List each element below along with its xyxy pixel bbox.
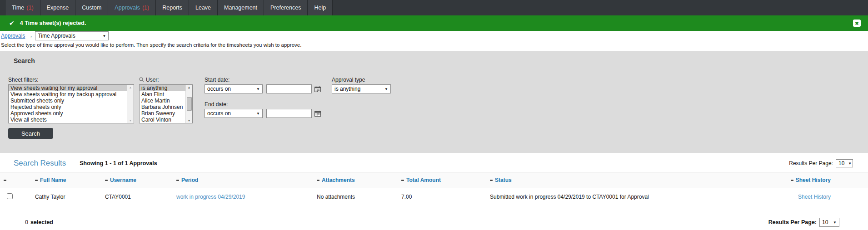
tab-time-badge: (1) bbox=[26, 5, 33, 11]
tab-help-label: Help bbox=[314, 5, 326, 11]
scrollbar-thumb[interactable] bbox=[187, 97, 192, 111]
scroll-down-icon[interactable]: ▼ bbox=[129, 119, 132, 122]
results-table: Full Name Username Period Attachments To… bbox=[0, 172, 868, 206]
scroll-down-icon[interactable]: ▼ bbox=[188, 119, 191, 122]
breadcrumb-approvals-link[interactable]: Approvals bbox=[1, 33, 25, 39]
results-title: Search Results bbox=[14, 159, 66, 168]
tab-reports-label: Reports bbox=[162, 5, 182, 11]
sheet-filter-option[interactable]: Rejected sheets only bbox=[9, 104, 127, 110]
tab-expense-label: Expense bbox=[47, 5, 69, 11]
user-option[interactable]: Alice Martin bbox=[140, 98, 185, 104]
chevron-down-icon: ▼ bbox=[102, 34, 106, 38]
user-label: User: bbox=[146, 77, 159, 83]
start-date-operator-select[interactable]: occurs on ▼ bbox=[205, 84, 263, 93]
calendar-icon[interactable] bbox=[314, 86, 321, 92]
cell-attachments: No attachments bbox=[316, 188, 400, 206]
success-banner: ✔ 4 Time sheet(s) rejected. ✖ bbox=[0, 15, 868, 31]
column-header-attachments[interactable]: Attachments bbox=[316, 172, 400, 188]
column-header-period[interactable]: Period bbox=[175, 172, 316, 188]
sheet-filter-option[interactable]: Approved sheets only bbox=[9, 110, 127, 117]
tab-preferences-label: Preferences bbox=[270, 5, 301, 11]
sort-dash-icon bbox=[490, 180, 493, 181]
tab-time-label: Time bbox=[12, 5, 24, 11]
end-date-operator-select[interactable]: occurs on ▼ bbox=[205, 109, 263, 118]
table-header-row: Full Name Username Period Attachments To… bbox=[0, 172, 868, 188]
tab-time[interactable]: Time (1) bbox=[5, 0, 40, 15]
end-date-input[interactable] bbox=[266, 109, 312, 118]
column-header-username[interactable]: Username bbox=[102, 172, 175, 188]
sheet-filter-option[interactable]: View sheets waiting for my backup approv… bbox=[9, 91, 127, 98]
tab-approvals-badge: (1) bbox=[142, 5, 149, 11]
scroll-up-icon[interactable]: ▲ bbox=[188, 86, 191, 89]
search-icon bbox=[139, 77, 144, 82]
row-checkbox[interactable] bbox=[7, 193, 13, 199]
breadcrumb-arrow-icon: → bbox=[27, 33, 33, 39]
search-results-section: Search Results Showing 1 - 1 of 1 Approv… bbox=[0, 153, 868, 227]
end-date-operator-value: occurs on bbox=[207, 110, 231, 117]
instruction-text: Select the type of time approval you wou… bbox=[0, 41, 868, 51]
results-summary: Showing 1 - 1 of 1 Approvals bbox=[80, 160, 157, 166]
table-row: Cathy Taylor CTAY0001 work in progress 0… bbox=[0, 188, 868, 206]
tab-management[interactable]: Management bbox=[218, 0, 264, 15]
tab-management-label: Management bbox=[224, 5, 257, 11]
selected-label: selected bbox=[30, 219, 53, 225]
tab-preferences[interactable]: Preferences bbox=[264, 0, 308, 15]
search-button[interactable]: Search bbox=[8, 128, 53, 139]
start-date-operator-value: occurs on bbox=[207, 86, 231, 92]
sheet-filters-listbox: View sheets waiting for my approval View… bbox=[8, 84, 134, 123]
column-header-status[interactable]: Status bbox=[486, 172, 777, 188]
user-option[interactable]: is anything bbox=[140, 85, 185, 91]
cell-status: Submitted work in progress 04/29/2019 to… bbox=[486, 188, 777, 206]
chevron-down-icon: ▼ bbox=[384, 87, 388, 91]
results-per-page-value: 10 bbox=[838, 160, 844, 166]
tab-help[interactable]: Help bbox=[308, 0, 333, 15]
banner-close-button[interactable]: ✖ bbox=[853, 20, 861, 27]
search-section-title: Search bbox=[14, 57, 868, 64]
column-header-sheet-history[interactable]: Sheet History bbox=[777, 172, 868, 188]
sort-dash-icon bbox=[176, 180, 179, 181]
chevron-down-icon: ▼ bbox=[256, 112, 260, 116]
tab-leave[interactable]: Leave bbox=[189, 0, 218, 15]
sheet-history-link[interactable]: Sheet History bbox=[798, 194, 831, 200]
results-per-page-select-bottom[interactable]: 10 ▼ bbox=[819, 218, 839, 227]
calendar-icon[interactable] bbox=[314, 111, 321, 117]
sheet-filters-scrollbar[interactable]: ▲ ▼ bbox=[127, 85, 134, 123]
column-header-total-amount[interactable]: Total Amount bbox=[400, 172, 486, 188]
column-header-full-name[interactable]: Full Name bbox=[32, 172, 102, 188]
user-option[interactable]: Barbara Johnsen bbox=[140, 104, 185, 110]
user-scrollbar[interactable]: ▲ ▼ bbox=[185, 85, 192, 123]
cell-username: CTAY0001 bbox=[102, 188, 175, 206]
approval-category-select[interactable]: Time Approvals ▼ bbox=[35, 31, 109, 40]
start-date-input[interactable] bbox=[266, 84, 312, 93]
approval-type-value: is anything bbox=[334, 86, 360, 92]
period-link[interactable]: work in progress 04/29/2019 bbox=[176, 194, 245, 200]
banner-message: 4 Time sheet(s) rejected. bbox=[20, 20, 86, 26]
user-option[interactable]: Brian Sweeny bbox=[140, 110, 185, 117]
tab-custom[interactable]: Custom bbox=[75, 0, 108, 15]
cell-total-amount: 7.00 bbox=[400, 188, 486, 206]
tab-leave-label: Leave bbox=[195, 5, 211, 11]
results-per-page-select-top[interactable]: 10 ▼ bbox=[836, 159, 853, 167]
top-nav: Time (1) Expense Custom Approvals (1) Re… bbox=[0, 0, 868, 15]
sort-dash-icon[interactable] bbox=[4, 180, 6, 181]
search-panel: Search Sheet filters: View sheets waitin… bbox=[0, 51, 868, 153]
start-date-label: Start date: bbox=[205, 76, 321, 83]
chevron-down-icon: ▼ bbox=[833, 220, 837, 225]
checkmark-icon: ✔ bbox=[9, 20, 15, 27]
breadcrumb: Approvals → Time Approvals ▼ bbox=[0, 31, 868, 41]
results-per-page-label: Results Per Page: bbox=[789, 160, 833, 166]
tab-expense[interactable]: Expense bbox=[40, 0, 76, 15]
user-option[interactable]: Alan Flint bbox=[140, 91, 185, 98]
tab-approvals-label: Approvals bbox=[115, 5, 140, 11]
sheet-filter-option[interactable]: View sheets waiting for my approval bbox=[9, 85, 127, 91]
sheet-filter-option[interactable]: View all sheets bbox=[9, 117, 127, 123]
sheet-filter-option[interactable]: Submitted sheets only bbox=[9, 98, 127, 104]
user-option[interactable]: Carol Vinton bbox=[140, 117, 185, 123]
tab-reports[interactable]: Reports bbox=[156, 0, 189, 15]
sort-dash-icon bbox=[317, 180, 319, 181]
tab-approvals[interactable]: Approvals (1) bbox=[108, 0, 156, 15]
close-icon: ✖ bbox=[855, 21, 858, 26]
approval-type-select[interactable]: is anything ▼ bbox=[332, 84, 391, 93]
end-date-label: End date: bbox=[205, 101, 321, 108]
scroll-up-icon[interactable]: ▲ bbox=[129, 86, 132, 89]
